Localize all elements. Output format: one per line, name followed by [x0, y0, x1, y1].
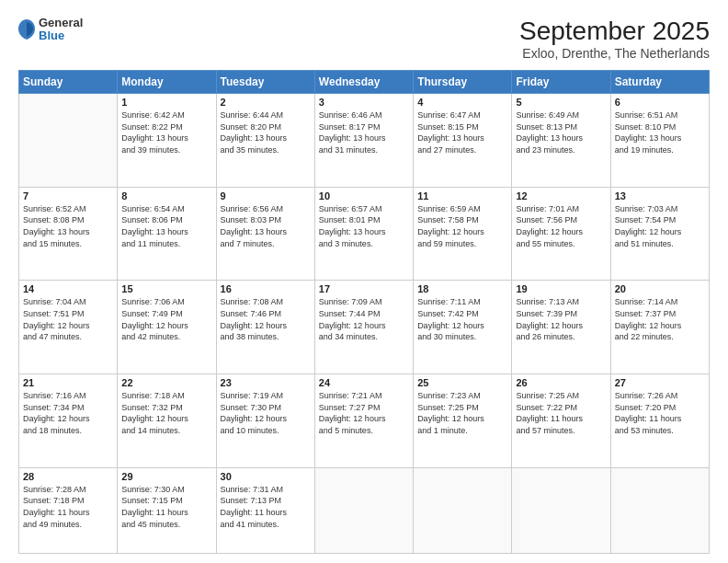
day-info: Sunrise: 7:08 AM Sunset: 7:46 PM Dayligh…: [221, 296, 311, 342]
day-number: 24: [319, 377, 409, 388]
day-info: Sunrise: 7:06 AM Sunset: 7:49 PM Dayligh…: [121, 296, 211, 342]
table-row: 12Sunrise: 7:01 AM Sunset: 7:56 PM Dayli…: [512, 187, 610, 281]
table-row: 6Sunrise: 6:51 AM Sunset: 8:10 PM Daylig…: [610, 94, 709, 188]
calendar-subtitle: Exloo, Drenthe, The Netherlands: [519, 46, 710, 61]
table-row: 22Sunrise: 7:18 AM Sunset: 7:32 PM Dayli…: [118, 374, 216, 468]
day-info: Sunrise: 6:44 AM Sunset: 8:20 PM Dayligh…: [221, 109, 311, 155]
day-info: Sunrise: 7:21 AM Sunset: 7:27 PM Dayligh…: [319, 390, 409, 436]
table-row: 3Sunrise: 6:46 AM Sunset: 8:17 PM Daylig…: [314, 94, 413, 188]
table-row: 25Sunrise: 7:23 AM Sunset: 7:25 PM Dayli…: [414, 374, 512, 468]
day-number: 7: [23, 190, 113, 201]
table-row: 2Sunrise: 6:44 AM Sunset: 8:20 PM Daylig…: [216, 94, 314, 188]
day-info: Sunrise: 6:56 AM Sunset: 8:03 PM Dayligh…: [221, 203, 311, 249]
day-number: 26: [516, 377, 606, 388]
header-tuesday: Tuesday: [216, 71, 314, 94]
table-row: 16Sunrise: 7:08 AM Sunset: 7:46 PM Dayli…: [216, 281, 314, 374]
calendar-week-row: 1Sunrise: 6:42 AM Sunset: 8:22 PM Daylig…: [19, 94, 710, 188]
day-info: Sunrise: 7:23 AM Sunset: 7:25 PM Dayligh…: [417, 390, 507, 436]
table-row: 1Sunrise: 6:42 AM Sunset: 8:22 PM Daylig…: [118, 94, 216, 188]
table-row: 21Sunrise: 7:16 AM Sunset: 7:34 PM Dayli…: [19, 374, 118, 468]
day-info: Sunrise: 6:51 AM Sunset: 8:10 PM Dayligh…: [615, 109, 705, 155]
table-row: [314, 467, 413, 553]
day-number: 1: [121, 97, 211, 108]
day-number: 23: [221, 377, 311, 388]
day-info: Sunrise: 7:13 AM Sunset: 7:39 PM Dayligh…: [516, 296, 606, 342]
day-info: Sunrise: 7:01 AM Sunset: 7:56 PM Dayligh…: [516, 203, 606, 249]
table-row: 4Sunrise: 6:47 AM Sunset: 8:15 PM Daylig…: [414, 94, 512, 188]
day-number: 21: [23, 377, 113, 388]
day-number: 29: [121, 471, 211, 482]
day-info: Sunrise: 7:28 AM Sunset: 7:18 PM Dayligh…: [23, 484, 113, 530]
header-monday: Monday: [118, 71, 216, 94]
table-row: 19Sunrise: 7:13 AM Sunset: 7:39 PM Dayli…: [512, 281, 610, 374]
table-row: 24Sunrise: 7:21 AM Sunset: 7:27 PM Dayli…: [314, 374, 413, 468]
day-info: Sunrise: 7:26 AM Sunset: 7:20 PM Dayligh…: [615, 390, 705, 436]
day-number: 17: [319, 283, 409, 294]
day-number: 3: [319, 97, 409, 108]
table-row: 5Sunrise: 6:49 AM Sunset: 8:13 PM Daylig…: [512, 94, 610, 188]
day-number: 13: [615, 190, 705, 201]
table-row: 17Sunrise: 7:09 AM Sunset: 7:44 PM Dayli…: [314, 281, 413, 374]
table-row: [610, 467, 709, 553]
logo-text: General Blue: [39, 17, 83, 43]
day-info: Sunrise: 7:16 AM Sunset: 7:34 PM Dayligh…: [23, 390, 113, 436]
calendar-week-row: 7Sunrise: 6:52 AM Sunset: 8:08 PM Daylig…: [19, 187, 710, 281]
day-info: Sunrise: 7:30 AM Sunset: 7:15 PM Dayligh…: [121, 484, 211, 530]
table-row: 8Sunrise: 6:54 AM Sunset: 8:06 PM Daylig…: [118, 187, 216, 281]
calendar-title: September 2025: [519, 17, 710, 46]
day-info: Sunrise: 6:49 AM Sunset: 8:13 PM Dayligh…: [516, 109, 606, 155]
title-block: September 2025 Exloo, Drenthe, The Nethe…: [519, 17, 710, 61]
day-number: 11: [417, 190, 507, 201]
day-number: 5: [516, 97, 606, 108]
table-row: [512, 467, 610, 553]
day-number: 30: [221, 471, 311, 482]
day-number: 12: [516, 190, 606, 201]
day-number: 16: [221, 283, 311, 294]
day-number: 28: [23, 471, 113, 482]
calendar-week-row: 14Sunrise: 7:04 AM Sunset: 7:51 PM Dayli…: [19, 281, 710, 374]
table-row: 14Sunrise: 7:04 AM Sunset: 7:51 PM Dayli…: [19, 281, 118, 374]
day-info: Sunrise: 6:54 AM Sunset: 8:06 PM Dayligh…: [121, 203, 211, 249]
day-number: 15: [121, 283, 211, 294]
calendar-week-row: 21Sunrise: 7:16 AM Sunset: 7:34 PM Dayli…: [19, 374, 710, 468]
table-row: [414, 467, 512, 553]
day-info: Sunrise: 7:03 AM Sunset: 7:54 PM Dayligh…: [615, 203, 705, 249]
day-info: Sunrise: 7:19 AM Sunset: 7:30 PM Dayligh…: [221, 390, 311, 436]
calendar-week-row: 28Sunrise: 7:28 AM Sunset: 7:18 PM Dayli…: [19, 467, 710, 553]
table-row: 28Sunrise: 7:28 AM Sunset: 7:18 PM Dayli…: [19, 467, 118, 553]
day-info: Sunrise: 6:42 AM Sunset: 8:22 PM Dayligh…: [121, 109, 211, 155]
table-row: 10Sunrise: 6:57 AM Sunset: 8:01 PM Dayli…: [314, 187, 413, 281]
table-row: 11Sunrise: 6:59 AM Sunset: 7:58 PM Dayli…: [414, 187, 512, 281]
logo: General Blue: [18, 17, 83, 43]
day-info: Sunrise: 7:31 AM Sunset: 7:13 PM Dayligh…: [221, 484, 311, 530]
day-info: Sunrise: 6:59 AM Sunset: 7:58 PM Dayligh…: [417, 203, 507, 249]
day-info: Sunrise: 6:47 AM Sunset: 8:15 PM Dayligh…: [417, 109, 507, 155]
day-number: 4: [417, 97, 507, 108]
day-number: 10: [319, 190, 409, 201]
table-row: 27Sunrise: 7:26 AM Sunset: 7:20 PM Dayli…: [610, 374, 709, 468]
day-info: Sunrise: 7:09 AM Sunset: 7:44 PM Dayligh…: [319, 296, 409, 342]
header-wednesday: Wednesday: [314, 71, 413, 94]
table-row: 23Sunrise: 7:19 AM Sunset: 7:30 PM Dayli…: [216, 374, 314, 468]
table-row: 30Sunrise: 7:31 AM Sunset: 7:13 PM Dayli…: [216, 467, 314, 553]
day-info: Sunrise: 7:11 AM Sunset: 7:42 PM Dayligh…: [417, 296, 507, 342]
page-header: General Blue September 2025 Exloo, Drent…: [18, 17, 710, 61]
day-number: 8: [121, 190, 211, 201]
day-info: Sunrise: 7:18 AM Sunset: 7:32 PM Dayligh…: [121, 390, 211, 436]
day-info: Sunrise: 6:57 AM Sunset: 8:01 PM Dayligh…: [319, 203, 409, 249]
day-number: 27: [615, 377, 705, 388]
day-number: 9: [221, 190, 311, 201]
day-number: 6: [615, 97, 705, 108]
logo-blue-text: Blue: [39, 29, 83, 42]
day-number: 19: [516, 283, 606, 294]
day-number: 18: [417, 283, 507, 294]
day-info: Sunrise: 6:46 AM Sunset: 8:17 PM Dayligh…: [319, 109, 409, 155]
day-info: Sunrise: 7:25 AM Sunset: 7:22 PM Dayligh…: [516, 390, 606, 436]
calendar-table: Sunday Monday Tuesday Wednesday Thursday…: [18, 70, 710, 554]
table-row: 13Sunrise: 7:03 AM Sunset: 7:54 PM Dayli…: [610, 187, 709, 281]
day-info: Sunrise: 7:14 AM Sunset: 7:37 PM Dayligh…: [615, 296, 705, 342]
day-info: Sunrise: 6:52 AM Sunset: 8:08 PM Dayligh…: [23, 203, 113, 249]
logo-icon: [18, 19, 35, 40]
table-row: 9Sunrise: 6:56 AM Sunset: 8:03 PM Daylig…: [216, 187, 314, 281]
table-row: [19, 94, 118, 188]
